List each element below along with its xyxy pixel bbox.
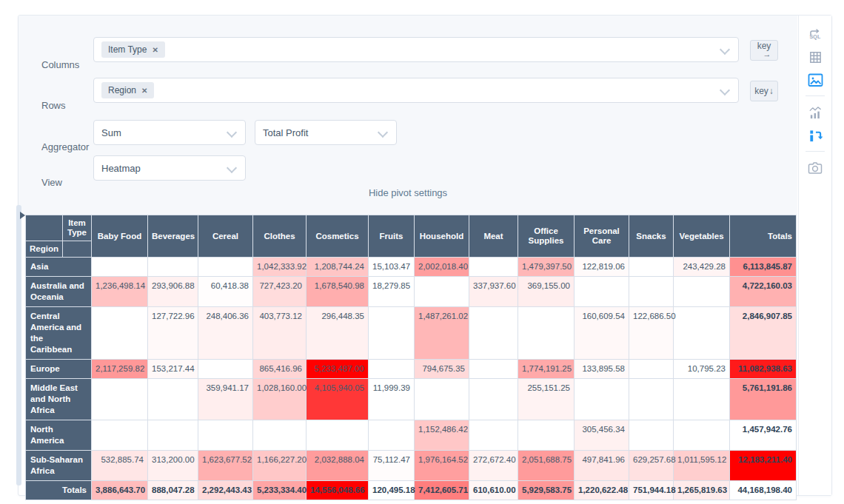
pivot-value-cell xyxy=(674,420,730,451)
row-label: Asia xyxy=(26,258,92,277)
pivot-value-cell: 1,487,261.02 xyxy=(415,307,469,360)
columns-key-sort-button[interactable]: key → xyxy=(750,40,778,61)
rail-divider xyxy=(806,151,825,152)
pivot-value-cell: 1,623,677.52 xyxy=(198,451,253,481)
pivot-value-cell: 4,105,940.05 xyxy=(307,379,369,420)
row-total-cell: 5,761,191.86 xyxy=(730,379,797,420)
columns-select[interactable]: Item Type ✕ xyxy=(93,37,739,62)
pivot-value-cell: 1,774,191.25 xyxy=(518,360,575,379)
tag-remove-icon[interactable]: ✕ xyxy=(152,46,158,54)
columns-tag-item-type[interactable]: Item Type ✕ xyxy=(101,41,165,58)
pivot-value-cell: 60,418.38 xyxy=(198,277,253,307)
table-grid-icon[interactable] xyxy=(807,49,823,65)
pivot-value-cell xyxy=(674,277,730,307)
pivot-value-cell: 865,416.96 xyxy=(253,360,307,379)
view-select[interactable]: Heatmap xyxy=(93,155,246,181)
tag-remove-icon[interactable]: ✕ xyxy=(141,87,147,95)
row-label: North America xyxy=(26,420,92,451)
camera-icon[interactable] xyxy=(807,160,823,176)
pivot-value-cell xyxy=(148,258,198,277)
pivot-value-cell: 296,448.35 xyxy=(307,307,369,360)
rows-select[interactable]: Region ✕ xyxy=(93,78,739,103)
pivot-value-cell: 293,906.88 xyxy=(148,277,198,307)
pivot-value-cell xyxy=(469,307,518,360)
chevron-down-icon xyxy=(378,127,388,138)
sql-icon[interactable]: SQL xyxy=(807,26,823,42)
pivot-value-cell: 248,406.36 xyxy=(198,307,253,360)
rows-tag-region[interactable]: Region ✕ xyxy=(101,82,154,98)
col-axis-label: Item Type xyxy=(63,215,92,241)
pivot-icon[interactable] xyxy=(807,127,823,144)
pivot-value-cell xyxy=(674,307,730,360)
row-total-cell: 1,457,942.76 xyxy=(730,420,797,451)
chart-icon[interactable] xyxy=(807,104,823,121)
pivot-value-cell: 122,819.06 xyxy=(575,258,629,277)
pivot-value-cell: 75,112.47 xyxy=(369,451,415,481)
column-header: Office Supplies xyxy=(518,215,575,258)
view-label: View xyxy=(41,177,62,188)
pivot-value-cell xyxy=(674,379,730,420)
pivot-value-cell xyxy=(198,360,253,379)
col-total-cell: 888,047.28 xyxy=(148,481,198,500)
pivot-value-cell: 369,155.00 xyxy=(518,277,575,307)
pivot-value-cell: 122,686.50 xyxy=(629,307,674,360)
pivot-value-cell xyxy=(469,258,518,277)
chevron-down-icon xyxy=(227,127,237,138)
hide-pivot-settings-link[interactable]: Hide pivot settings xyxy=(19,187,797,198)
chevron-down-icon xyxy=(720,44,730,55)
pivot-value-cell xyxy=(369,307,415,360)
pivot-value-cell xyxy=(469,379,518,420)
pivot-value-cell: 1,479,397.50 xyxy=(518,258,575,277)
sql-icon-label: SQL xyxy=(810,34,821,39)
expand-panel-arrow-icon[interactable] xyxy=(20,212,25,219)
column-header: Snacks xyxy=(629,215,674,258)
pivot-settings-panel: Columns Item Type ✕ key → Rows Region ✕ xyxy=(19,16,797,215)
row-axis-label: Region xyxy=(26,241,63,258)
pivot-value-cell xyxy=(253,420,307,451)
pivot-value-cell: 1,236,498.14 xyxy=(92,277,148,307)
visualization-image-icon[interactable] xyxy=(807,72,823,88)
pivot-value-cell: 337,937.60 xyxy=(469,277,518,307)
pivot-value-cell: 133,895.58 xyxy=(575,360,629,379)
col-total-cell: 7,412,605.71 xyxy=(415,481,469,500)
pivot-value-cell xyxy=(415,379,469,420)
row-label: Middle East and North Africa xyxy=(26,379,92,420)
rows-key-sort-button[interactable]: key ↓ xyxy=(750,81,778,101)
pivot-heatmap-table: Item TypeBaby FoodBeveragesCerealClothes… xyxy=(25,215,797,500)
aggregator-field-select[interactable]: Total Profit xyxy=(255,120,397,145)
totals-column-header: Totals xyxy=(730,215,797,258)
pivot-value-cell: 2,051,688.75 xyxy=(518,451,575,481)
pivot-value-cell xyxy=(198,420,253,451)
row-label: Central America and the Caribbean xyxy=(26,307,92,360)
pivot-value-cell: 1,011,595.12 xyxy=(674,451,730,481)
rail-divider xyxy=(806,95,825,96)
pivot-value-cell xyxy=(198,258,253,277)
pivot-editor-page: Columns Item Type ✕ key → Rows Region ✕ xyxy=(0,0,844,504)
col-total-cell: 5,233,334.40 xyxy=(253,481,307,500)
pivot-value-cell xyxy=(369,420,415,451)
pivot-value-cell xyxy=(469,360,518,379)
row-total-cell: 12,183,211.40 xyxy=(730,451,797,481)
column-header: Household xyxy=(415,215,469,258)
axis-blank-cell xyxy=(63,241,92,258)
pivot-value-cell xyxy=(307,420,369,451)
col-total-cell: 2,292,443.43 xyxy=(198,481,253,500)
column-header: Vegetables xyxy=(674,215,730,258)
col-total-cell: 610,610.00 xyxy=(469,481,518,500)
pivot-value-cell: 153,217.44 xyxy=(148,360,198,379)
column-header: Cereal xyxy=(198,215,253,258)
row-total-cell: 11,082,938.63 xyxy=(730,360,797,379)
panel-splitter-handle[interactable] xyxy=(16,205,21,485)
pivot-value-cell xyxy=(469,420,518,451)
column-header: Baby Food xyxy=(92,215,148,258)
col-total-cell: 14,556,048.66 xyxy=(307,481,369,500)
pivot-value-cell xyxy=(369,360,415,379)
pivot-value-cell: 1,208,744.24 xyxy=(307,258,369,277)
chevron-down-icon xyxy=(227,163,237,173)
aggregator-select[interactable]: Sum xyxy=(93,120,246,145)
column-header: Fruits xyxy=(369,215,415,258)
pivot-value-cell xyxy=(92,258,148,277)
pivot-value-cell: 1,166,227.20 xyxy=(253,451,307,481)
pivot-value-cell xyxy=(518,307,575,360)
aggregator-value: Sum xyxy=(101,127,121,138)
